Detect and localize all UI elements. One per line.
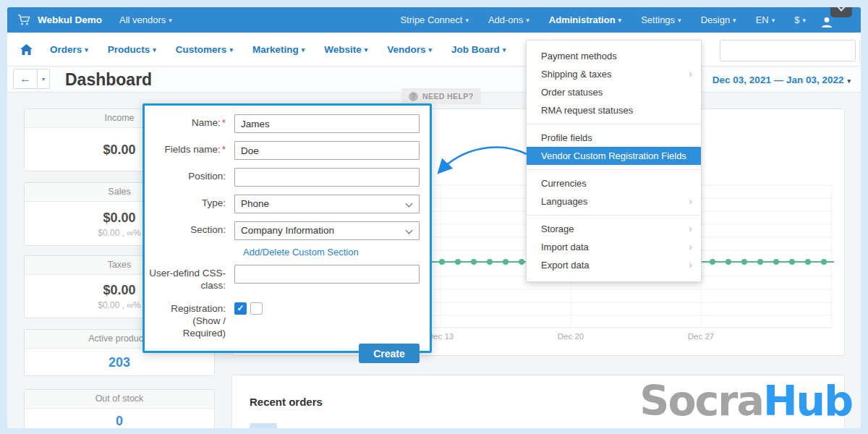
chevron-down-icon xyxy=(406,227,413,234)
required-asterisk: * xyxy=(222,117,226,128)
date-range-picker[interactable]: Dec 03, 2021 — Jan 03, 2022 xyxy=(712,75,851,85)
back-dropdown-button[interactable] xyxy=(38,69,50,89)
menu-divider xyxy=(527,215,701,216)
menu-item-order-statuses[interactable]: Order statuses xyxy=(527,83,701,101)
search-button[interactable] xyxy=(859,41,861,61)
stat-subvalue: $0.00 , ∞% xyxy=(98,300,140,310)
stat-subvalue: $0.00 , ∞% xyxy=(98,228,140,238)
topbar-menu-design[interactable]: Design xyxy=(701,14,736,25)
vendor-filter[interactable]: All vendors xyxy=(119,14,172,25)
section-select[interactable]: Company Information xyxy=(234,221,420,240)
topbar-menu-stripe-connect[interactable]: Stripe Connect xyxy=(400,14,469,25)
menu-item-shipping-taxes[interactable]: Shipping & taxes xyxy=(527,65,701,83)
stat-value: $0.00 xyxy=(103,142,135,158)
main-navbar: Orders Products Customers Marketing Webs… xyxy=(7,33,861,67)
nav-item-customers[interactable]: Customers xyxy=(176,44,233,55)
back-button-group: ← xyxy=(13,69,50,89)
position-input[interactable] xyxy=(234,168,420,187)
recent-orders-tab[interactable] xyxy=(250,423,277,428)
custom-registration-field-modal: Name:* Fields name:* Position: Type: Pho… xyxy=(142,103,432,353)
collapse-badge[interactable] xyxy=(830,7,852,17)
registration-required-checkbox[interactable] xyxy=(250,302,263,315)
stat-value-link[interactable]: 203 xyxy=(109,355,130,370)
required-asterisk: * xyxy=(222,144,226,155)
x-tick: Dec 27 xyxy=(679,332,723,341)
topbar-menu-currency[interactable]: $ xyxy=(794,14,806,25)
fields-name-label: Fields name:* xyxy=(149,141,234,156)
stat-value-link[interactable]: 0 xyxy=(116,414,123,428)
question-icon xyxy=(409,92,418,101)
nav-item-products[interactable]: Products xyxy=(108,44,156,55)
topbar-menu-add-ons[interactable]: Add-ons xyxy=(488,14,529,25)
add-delete-custom-section-link[interactable]: Add/Delete Custom Section xyxy=(243,247,359,258)
chevron-down-icon xyxy=(406,200,413,208)
x-tick: Dec 20 xyxy=(549,332,592,341)
administration-dropdown-menu: Payment methods Shipping & taxes Order s… xyxy=(526,40,702,282)
menu-caret xyxy=(544,35,554,40)
registration-show-checkbox[interactable] xyxy=(234,302,247,315)
store-name[interactable]: Webkul Demo xyxy=(38,14,102,25)
stat-card-out-of-stock: Out of stock 0 xyxy=(24,389,215,428)
topbar-menu-settings[interactable]: Settings xyxy=(641,14,681,25)
type-select[interactable]: Phone xyxy=(234,195,420,213)
user-account-button[interactable] xyxy=(819,7,851,33)
stat-value: $0.00 xyxy=(103,210,135,226)
section-label: Section: xyxy=(149,221,234,237)
stat-value: $0.00 xyxy=(103,283,135,298)
menu-item-currencies[interactable]: Currencies xyxy=(527,174,701,192)
top-admin-bar: Webkul Demo All vendors Stripe Connect A… xyxy=(7,7,861,33)
css-class-input[interactable] xyxy=(234,265,420,284)
recent-orders-panel: Recent orders xyxy=(231,375,845,428)
nav-item-job-board[interactable]: Job Board xyxy=(451,44,506,55)
nav-item-orders[interactable]: Orders xyxy=(50,44,88,55)
menu-item-vendor-custom-registration-fields[interactable]: Vendor Custom Registration Fields xyxy=(527,147,701,165)
name-input[interactable] xyxy=(234,114,420,133)
menu-item-export-data[interactable]: Export data xyxy=(527,256,701,274)
name-label: Name:* xyxy=(149,114,234,129)
menu-item-profile-fields[interactable]: Profile fields xyxy=(527,129,701,147)
position-label: Position: xyxy=(149,168,234,183)
menu-item-rma-request-statuses[interactable]: RMA request statuses xyxy=(527,101,701,119)
back-button[interactable]: ← xyxy=(13,69,38,89)
menu-divider xyxy=(527,169,701,170)
menu-item-languages[interactable]: Languages xyxy=(527,192,701,210)
cart-icon xyxy=(17,14,30,26)
search-input[interactable] xyxy=(720,41,859,61)
create-button[interactable]: Create xyxy=(359,344,420,363)
fields-name-input[interactable] xyxy=(234,141,420,160)
home-icon xyxy=(20,44,33,55)
search-icon xyxy=(860,45,861,56)
nav-item-website[interactable]: Website xyxy=(324,44,367,55)
type-label: Type: xyxy=(149,195,234,210)
need-help-label: NEED HELP? xyxy=(422,92,474,101)
css-class-label: User-defind CSS-class: xyxy=(149,265,234,292)
search-box xyxy=(720,40,856,61)
nav-item-vendors[interactable]: Vendors xyxy=(387,44,432,55)
admin-app: ← Dashboard Dec 03, 2021 — Jan 03, 2022 … xyxy=(7,7,861,428)
registration-label: Registration: (Show / Required) xyxy=(149,300,234,340)
stat-title: Out of stock xyxy=(25,390,214,409)
topbar-menu-language[interactable]: EN xyxy=(756,14,775,25)
page-title: Dashboard xyxy=(65,70,152,90)
menu-item-payment-methods[interactable]: Payment methods xyxy=(527,47,701,65)
menu-item-storage[interactable]: Storage xyxy=(527,220,701,238)
user-icon xyxy=(820,16,833,29)
recent-orders-title: Recent orders xyxy=(250,396,323,408)
topbar-menu-administration[interactable]: Administration xyxy=(549,14,621,25)
menu-divider xyxy=(527,124,701,124)
need-help-button[interactable]: NEED HELP? xyxy=(401,88,481,104)
menu-item-import-data[interactable]: Import data xyxy=(527,238,701,256)
chevron-down-icon xyxy=(837,7,845,12)
home-button[interactable] xyxy=(20,44,33,55)
nav-item-marketing[interactable]: Marketing xyxy=(252,44,305,55)
